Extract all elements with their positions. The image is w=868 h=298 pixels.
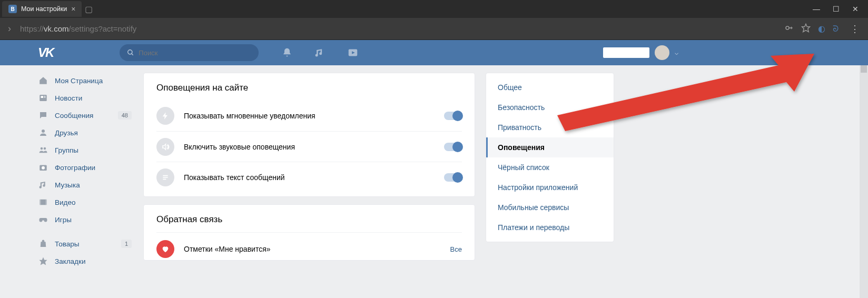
heart-icon — [156, 240, 174, 258]
main-column: Оповещения на сайте Показывать мгновенны… — [143, 65, 475, 298]
svg-point-10 — [41, 147, 43, 150]
leftnav-news[interactable]: Новости — [35, 90, 135, 106]
svg-marker-1 — [802, 24, 810, 32]
settings-item-blacklist[interactable]: Чёрный список — [486, 157, 614, 177]
extension-icon-1[interactable]: ◐ — [818, 24, 825, 34]
leftnav-video[interactable]: Видео — [35, 194, 135, 210]
feedback-card: Обратная связь Отметки «Мне нравится» Вс… — [143, 204, 475, 261]
option-text: Включить звуковые оповещения — [184, 143, 435, 151]
svg-rect-7 — [44, 96, 46, 96]
bag-icon — [38, 239, 48, 249]
like-row[interactable]: Отметки «Мне нравится» Все — [156, 232, 462, 260]
games-icon — [38, 214, 48, 225]
svg-point-0 — [786, 26, 789, 29]
url-protocol: https:// — [20, 24, 44, 33]
camera-icon — [38, 162, 48, 173]
leftnav-photos[interactable]: Фотографии — [35, 160, 135, 175]
leftnav-label: Моя Страница — [55, 77, 103, 85]
option-show-text: Показывать текст сообщений — [156, 162, 462, 192]
sound-icon — [156, 138, 174, 156]
svg-rect-8 — [44, 97, 46, 98]
browser-titlebar: B Мои настройки × ▢ — ☐ ✕ — [0, 0, 868, 18]
settings-item-general[interactable]: Общее — [486, 77, 614, 97]
like-text: Отметки «Мне нравится» — [184, 245, 441, 253]
leftnav-label: Видео — [55, 198, 75, 206]
star-nav-icon — [38, 256, 48, 266]
notifications-icon[interactable] — [282, 47, 292, 58]
leftnav-games[interactable]: Игры — [35, 212, 135, 227]
window-maximize-icon[interactable]: ☐ — [833, 5, 840, 13]
settings-item-label: Чёрный список — [498, 163, 549, 172]
leftnav-label: Товары — [55, 240, 79, 248]
messages-badge: 48 — [118, 111, 132, 120]
page-body: Моя Страница Новости Сообщения48 Друзья … — [0, 65, 868, 298]
settings-item-label: Настройки приложений — [498, 183, 578, 192]
leftnav-label: Музыка — [55, 181, 80, 189]
music-icon[interactable] — [314, 47, 325, 58]
leftnav-friends[interactable]: Друзья — [35, 125, 135, 141]
leftnav-my-page[interactable]: Моя Страница — [35, 73, 135, 88]
toggle-switch[interactable] — [444, 112, 462, 120]
lightning-icon — [156, 107, 174, 125]
tab-close-icon[interactable]: × — [71, 5, 75, 13]
option-text: Показывать мгновенные уведомления — [184, 112, 435, 120]
browser-menu-icon[interactable]: ⋮ — [846, 23, 864, 35]
video-play-icon[interactable] — [347, 47, 359, 58]
profile-menu[interactable]: ⌵ — [603, 45, 678, 60]
option-instant-notifications: Показывать мгновенные уведомления — [156, 101, 462, 131]
address-bar[interactable]: https://vk.com/settings?act=notify — [20, 24, 779, 33]
svg-rect-6 — [41, 96, 44, 98]
leftnav-bookmarks[interactable]: Закладки — [35, 253, 135, 269]
settings-item-label: Мобильные сервисы — [498, 203, 569, 212]
settings-item-mobile[interactable]: Мобильные сервисы — [486, 197, 614, 217]
nav-back-icon[interactable]: › — [4, 23, 15, 34]
settings-item-label: Безопасность — [498, 103, 545, 112]
vk-logo[interactable]: VK — [38, 45, 53, 60]
new-tab-icon[interactable]: ▢ — [85, 4, 93, 14]
settings-item-privacy[interactable]: Приватность — [486, 117, 614, 137]
window-minimize-icon[interactable]: — — [813, 5, 820, 13]
leftnav-goods[interactable]: Товары1 — [35, 236, 135, 252]
svg-point-9 — [42, 130, 45, 133]
avatar — [655, 45, 669, 60]
vk-favicon: B — [8, 5, 17, 13]
leftnav-music[interactable]: Музыка — [35, 177, 135, 193]
leftnav-messages[interactable]: Сообщения48 — [35, 107, 135, 123]
settings-item-label: Приватность — [498, 123, 541, 132]
left-nav: Моя Страница Новости Сообщения48 Друзья … — [35, 65, 135, 298]
window-close-icon[interactable]: ✕ — [852, 5, 859, 13]
music-nav-icon — [38, 180, 48, 190]
star-icon[interactable] — [801, 23, 811, 35]
key-icon[interactable] — [784, 23, 794, 35]
leftnav-groups[interactable]: Группы — [35, 142, 135, 158]
leftnav-label: Сообщения — [55, 112, 93, 120]
url-host: vk.com — [44, 24, 69, 33]
news-icon — [38, 93, 48, 103]
settings-item-apps[interactable]: Настройки приложений — [486, 177, 614, 197]
browser-tab[interactable]: B Мои настройки × — [2, 1, 82, 17]
home-icon — [38, 75, 48, 86]
settings-item-payments[interactable]: Платежи и переводы — [486, 217, 614, 237]
goods-badge: 1 — [121, 240, 132, 248]
svg-point-13 — [42, 166, 45, 170]
all-label[interactable]: Все — [450, 245, 462, 253]
settings-item-security[interactable]: Безопасность — [486, 97, 614, 117]
address-bar-row: › https://vk.com/settings?act=notify ◐ ᘐ… — [0, 18, 868, 40]
search-box[interactable] — [120, 44, 259, 61]
search-input[interactable] — [139, 49, 251, 57]
svg-rect-15 — [40, 200, 41, 205]
tab-title: Мои настройки — [21, 5, 67, 13]
groups-icon — [38, 145, 48, 155]
friends-icon — [38, 127, 48, 138]
toggle-switch[interactable] — [444, 143, 462, 151]
svg-point-2 — [128, 50, 132, 54]
settings-item-notifications[interactable]: Оповещения — [486, 137, 614, 157]
site-notifications-card: Оповещения на сайте Показывать мгновенны… — [143, 73, 475, 197]
scrollbar[interactable] — [860, 65, 868, 298]
text-lines-icon — [156, 168, 174, 186]
settings-nav: Общее Безопасность Приватность Оповещени… — [486, 73, 614, 242]
extension-icon-2[interactable]: ᘐ — [833, 24, 839, 34]
card-title: Оповещения на сайте — [156, 83, 462, 93]
toggle-switch[interactable] — [444, 173, 462, 182]
svg-marker-17 — [40, 257, 47, 265]
